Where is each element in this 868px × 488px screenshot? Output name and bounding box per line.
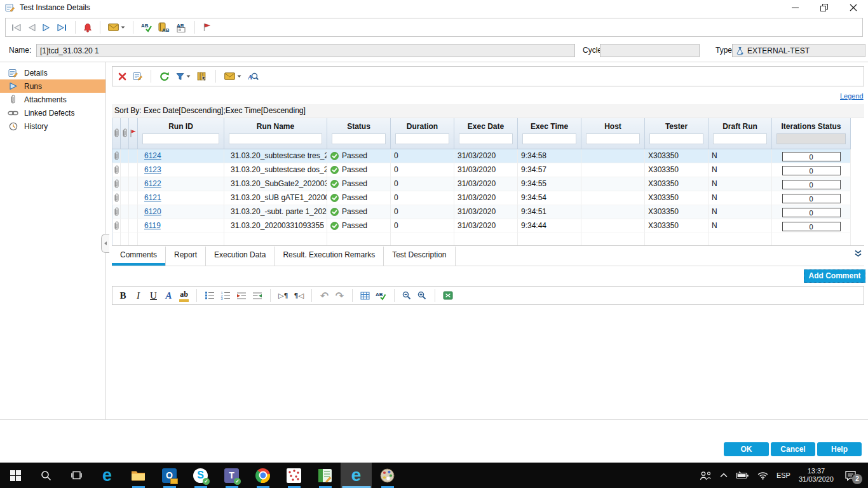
spell-check-icon[interactable]: AB [376,289,386,302]
taskbar-app-remote[interactable] [278,463,309,488]
bullet-list-icon[interactable] [205,289,215,302]
column-header-run-id[interactable]: Run ID [138,118,224,149]
run-row[interactable]: 6123 31.03.20_subtestcase dos_2020... Pa… [112,163,851,177]
filter-draft-run[interactable] [713,133,767,144]
font-color-icon[interactable] [164,289,173,302]
add-comment-button[interactable]: Add Comment [804,269,865,283]
attachment-column-header[interactable] [112,118,121,149]
italic-icon[interactable] [133,289,143,302]
flag-column-header[interactable] [129,118,138,149]
sidebar-item-details[interactable]: Details [0,66,105,79]
tab-result-execution-remarks[interactable]: Result. Execution Remarks [275,247,384,266]
task-view-button[interactable] [61,463,92,488]
filter-exec-date[interactable] [459,133,513,144]
redo-icon[interactable] [335,289,344,302]
filter-tester[interactable] [649,133,703,144]
filter-exec-time[interactable] [522,133,576,144]
find-button[interactable]: A [248,72,259,81]
refresh-button[interactable] [159,72,170,81]
run-row[interactable]: 6124 31.03.20_subtestcase tres_2020... P… [112,149,851,163]
people-icon[interactable] [700,471,712,480]
select-columns-button[interactable] [197,72,207,81]
column-header-tester[interactable]: Tester [645,118,709,149]
language-indicator[interactable]: ESP [776,471,790,479]
run-id-link[interactable]: 6119 [144,221,161,230]
last-record-button[interactable] [57,24,67,32]
run-details-button[interactable] [133,72,142,81]
right-to-left-paragraph-icon[interactable] [294,289,303,302]
bold-icon[interactable] [118,289,128,302]
taskbar-app-file-explorer[interactable] [123,463,154,488]
wifi-icon[interactable] [757,471,768,480]
first-record-button[interactable] [11,24,22,32]
increase-indent-icon[interactable] [236,289,247,302]
sidebar-item-linked-defects[interactable]: Linked Defects [0,106,105,119]
attachment2-column-header[interactable] [121,118,129,149]
column-header-host[interactable]: Host [581,118,645,149]
cycle-field[interactable] [600,44,700,57]
ok-button[interactable]: OK [724,442,769,456]
run-id-link[interactable]: 6121 [144,193,161,202]
taskbar-app-chrome[interactable] [247,463,278,488]
previous-record-button[interactable] [27,24,36,32]
battery-icon[interactable] [736,471,749,480]
alerts-button[interactable] [83,23,92,32]
sidebar-item-history[interactable]: History [0,119,105,133]
name-field[interactable] [36,44,575,57]
run-row[interactable]: 6119 31.03.20_20200331093355 Passed 0 31… [112,219,851,233]
tab-test-description[interactable]: Test Description [384,247,455,266]
underline-icon[interactable] [149,289,158,302]
taskbar-app-edge[interactable] [92,463,123,488]
taskbar-app-skype[interactable] [185,463,216,488]
tab-comments[interactable]: Comments [112,247,166,266]
flag-for-follow-up-button[interactable] [203,23,211,32]
filter-status[interactable] [332,133,386,144]
column-header-status[interactable]: Status [327,118,391,149]
send-by-email-button[interactable] [224,72,241,80]
delete-run-button[interactable] [118,72,126,81]
insert-table-icon[interactable] [360,289,370,302]
taskbar-app-teams[interactable] [216,463,247,488]
sidebar-item-runs[interactable]: Runs [0,79,105,93]
spelling-options-button[interactable]: AR [175,22,187,32]
run-id-link[interactable]: 6124 [144,151,161,160]
sidebar-item-attachments[interactable]: Attachments [0,93,105,106]
close-button[interactable] [839,0,868,15]
column-header-run-name[interactable]: Run Name [224,118,327,149]
filter-duration[interactable] [395,133,449,144]
send-by-email-button[interactable] [108,24,125,31]
action-center-button[interactable]: 2 [844,470,857,481]
start-button[interactable] [0,463,31,488]
tab-report[interactable]: Report [166,247,206,266]
next-record-button[interactable] [42,24,51,32]
taskbar-clock[interactable]: 13:37 31/03/2020 [799,467,834,484]
run-id-link[interactable]: 6123 [144,165,161,174]
minimize-button[interactable] [780,0,810,15]
tab-execution-data[interactable]: Execution Data [206,247,275,266]
undo-icon[interactable] [320,289,329,302]
column-header-iterations-status[interactable]: Iterations Status [772,118,851,149]
column-header-draft-run[interactable]: Draft Run [709,118,772,149]
run-row[interactable]: 6122 31.03.20_SubGate2_202003310... Pass… [112,177,851,191]
type-field[interactable]: EXTERNAL-TEST [732,44,865,57]
run-id-link[interactable]: 6120 [144,207,161,216]
zoom-in-icon[interactable] [417,289,427,302]
taskbar-app-internet-explorer[interactable] [341,463,372,488]
maximize-editor-icon[interactable] [443,289,453,302]
left-to-right-paragraph-icon[interactable] [278,289,288,302]
legend-link[interactable]: Legend [840,92,864,100]
highlight-icon[interactable] [179,289,189,302]
thesaurus-button[interactable]: AB [158,22,170,32]
filter-host[interactable] [586,133,640,144]
taskbar-search-button[interactable] [31,463,61,488]
help-button[interactable]: Help [817,442,862,456]
sidebar-collapse-handle[interactable] [101,234,109,253]
cancel-button[interactable]: Cancel [771,442,815,456]
filter-run-id[interactable] [142,133,219,144]
column-header-exec-time[interactable]: Exec Time [518,118,581,149]
spell-check-button[interactable]: AB [141,22,153,32]
decrease-indent-icon[interactable] [252,289,262,302]
taskbar-app-notes[interactable] [309,463,341,488]
restore-button[interactable] [810,0,839,15]
zoom-out-icon[interactable] [402,289,412,302]
